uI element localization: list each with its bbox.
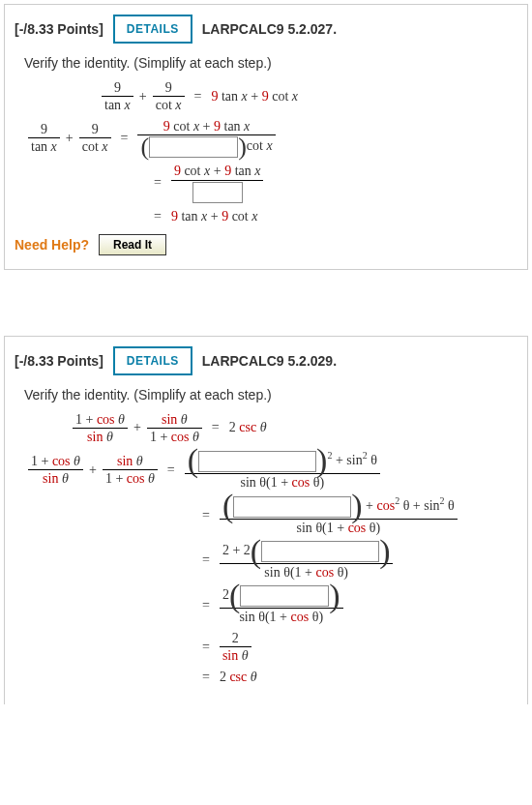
frac-sin-1pcos: sin θ 1 + cos θ: [147, 412, 202, 445]
answer-input-1[interactable]: [149, 136, 238, 158]
fraction-9-cotx: 9 cot x: [153, 80, 185, 113]
frac-sin-1pcos-b: sin θ 1 + cos θ: [103, 454, 158, 487]
details-button[interactable]: DETAILS: [113, 15, 192, 44]
step2-line-4: = 2() sin θ(1 + cos θ): [198, 585, 517, 624]
points-label-2: [-/8.33 Points]: [15, 353, 103, 369]
step-2-line: 9 tan x + 9 cot x = 9 cot x + 9 tan x ()…: [28, 119, 517, 158]
need-help-label: Need Help?: [15, 237, 89, 253]
instruction-text: Verify the identity. (Simplify at each s…: [24, 55, 517, 71]
identity-line-2: 1 + cos θ sin θ + sin θ 1 + cos θ = 2 cs…: [73, 412, 517, 445]
step2-frac-5: 2 sin θ: [220, 631, 251, 664]
read-it-button[interactable]: Read It: [99, 234, 166, 255]
points-label: [-/8.33 Points]: [15, 21, 103, 37]
answer-input-4[interactable]: [233, 496, 351, 518]
answer-input-2[interactable]: [192, 182, 243, 203]
step2-frac-big4: 2() sin θ(1 + cos θ): [220, 585, 343, 624]
need-help-row: Need Help? Read It: [15, 234, 517, 255]
problem-1: [-/8.33 Points] DETAILS LARPCALC9 5.2.02…: [4, 4, 528, 270]
fraction-9-tanx-2: 9 tan x: [28, 122, 60, 155]
step3-frac: 9 cot x + 9 tan x: [171, 164, 264, 202]
answer-input-3[interactable]: [198, 451, 316, 472]
instruction-text-2: Verify the identity. (Simplify at each s…: [24, 387, 517, 402]
step2-line-6: = 2 csc θ: [198, 670, 517, 685]
step-4-line: = 9 tan x + 9 cot x: [150, 209, 517, 224]
step2-frac-big2: () + cos2 θ + sin2 θ sin θ(1 + cos θ): [220, 495, 458, 535]
step2-line-1: 1 + cos θ sin θ + sin θ 1 + cos θ = ()2 …: [28, 450, 517, 490]
step2-line-3: = 2 + 2() sin θ(1 + cos θ): [198, 541, 517, 580]
problem-header-2: [-/8.33 Points] DETAILS LARPCALC9 5.2.02…: [15, 346, 517, 375]
answer-input-5[interactable]: [261, 541, 379, 562]
step2-frac-big3: 2 + 2() sin θ(1 + cos θ): [220, 541, 394, 580]
step2-rhs-frac: 9 cot x + 9 tan x ()cot x: [137, 119, 275, 158]
fraction-9-tanx: 9 tan x: [102, 80, 133, 113]
problem-header: [-/8.33 Points] DETAILS LARPCALC9 5.2.02…: [15, 15, 517, 44]
identity-line: 9 tan x + 9 cot x = 9 tan x + 9 cot x: [102, 80, 517, 113]
step-3-line: = 9 cot x + 9 tan x: [150, 164, 517, 202]
step2-line-5: = 2 sin θ: [198, 631, 517, 664]
problem-ref-2: LARPCALC9 5.2.029.: [202, 353, 337, 369]
step2-line-2: = () + cos2 θ + sin2 θ sin θ(1 + cos θ): [198, 495, 517, 535]
frac-1pcos-sin: 1 + cos θ sin θ: [73, 412, 128, 445]
problem-ref: LARPCALC9 5.2.027.: [202, 21, 337, 37]
step2-frac-big1: ()2 + sin2 θ sin θ(1 + cos θ): [185, 450, 380, 490]
frac-1pcos-sin-b: 1 + cos θ sin θ: [28, 454, 83, 487]
details-button-2[interactable]: DETAILS: [113, 346, 192, 375]
answer-input-6[interactable]: [240, 585, 329, 607]
problem-2: [-/8.33 Points] DETAILS LARPCALC9 5.2.02…: [4, 336, 528, 704]
fraction-9-cotx-2: 9 cot x: [79, 122, 111, 155]
